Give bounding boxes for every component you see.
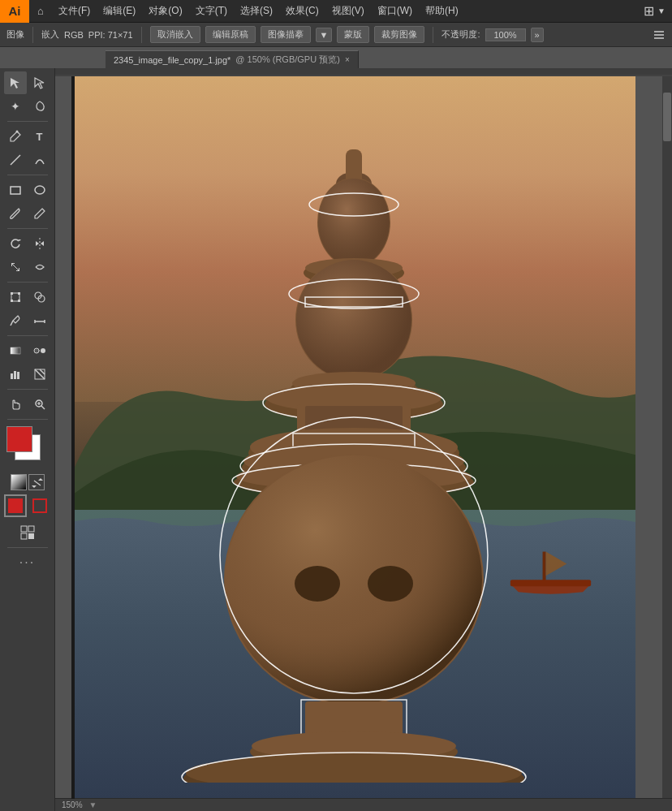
- svg-rect-33: [21, 526, 27, 532]
- image-label: 图像: [6, 28, 24, 41]
- line-tool[interactable]: [4, 149, 27, 171]
- svg-point-71: [368, 566, 413, 602]
- arc-tool[interactable]: [28, 149, 51, 171]
- svg-rect-24: [11, 373, 13, 379]
- pagoda-artwork: [179, 117, 528, 783]
- column-graph-tool[interactable]: [4, 363, 27, 386]
- select-tool[interactable]: [4, 71, 27, 94]
- pen-tool[interactable]: [4, 125, 27, 148]
- default-colors-icon[interactable]: [11, 474, 27, 490]
- opacity-label: 不透明度:: [442, 28, 480, 41]
- options-bar: 图像 嵌入 RGB PPI: 71×71 取消嵌入 编辑原稿 图像描摹 ▼ 蒙版…: [0, 23, 672, 47]
- free-transform-tool[interactable]: [4, 286, 27, 308]
- cancel-embed-button[interactable]: 取消嵌入: [150, 26, 200, 43]
- edit-original-button[interactable]: 编辑原稿: [205, 26, 256, 43]
- document-tab[interactable]: 2345_image_file_copy_1.jpg* @ 150% (RGB/…: [106, 50, 359, 68]
- color-mode-icon[interactable]: [16, 521, 39, 544]
- svg-line-4: [11, 155, 20, 165]
- magic-wand-tool[interactable]: ✦: [4, 95, 27, 118]
- lasso-tool[interactable]: [28, 95, 51, 118]
- measure-tool[interactable]: [28, 309, 51, 332]
- trace-dropdown-button[interactable]: ▼: [316, 28, 333, 42]
- brush-tool[interactable]: [4, 202, 27, 225]
- svg-rect-36: [28, 533, 34, 539]
- more-tools[interactable]: ···: [16, 551, 39, 574]
- direct-select-tool[interactable]: [28, 71, 51, 94]
- svg-line-32: [34, 481, 41, 485]
- svg-rect-1: [654, 34, 664, 36]
- svg-rect-37: [55, 68, 672, 76]
- sep3: [433, 27, 433, 43]
- svg-point-70: [295, 566, 340, 602]
- swap-colors-icon[interactable]: [28, 474, 45, 490]
- foreground-color-swatch[interactable]: [6, 426, 32, 452]
- stroke-indicator[interactable]: [28, 494, 51, 517]
- workspace-dropdown-icon[interactable]: ▼: [657, 6, 666, 15]
- tool-separator-4: [7, 282, 48, 283]
- ellipse-tool[interactable]: [28, 179, 51, 201]
- panel-options-icon[interactable]: [653, 28, 666, 41]
- photo-background: [71, 76, 635, 799]
- tool-separator-7: [7, 419, 48, 420]
- scrollbar-thumb[interactable]: [663, 93, 671, 141]
- zoom-tool[interactable]: [28, 393, 51, 416]
- blend-tool[interactable]: [28, 339, 51, 362]
- more-options-button[interactable]: »: [531, 28, 544, 42]
- color-swatches[interactable]: [6, 426, 49, 468]
- canvas-area: 150% ▼: [55, 68, 672, 811]
- svg-point-6: [35, 186, 45, 194]
- menu-bar: Ai ⌂ 文件(F) 编辑(E) 对象(O) 文字(T) 选择(S) 效果(C)…: [0, 0, 672, 23]
- tool-separator-8: [7, 547, 48, 548]
- menu-select[interactable]: 选择(S): [234, 0, 279, 23]
- left-toolbar: ✦ T: [0, 68, 55, 811]
- svg-point-49: [296, 260, 411, 380]
- menu-effect[interactable]: 效果(C): [279, 0, 325, 23]
- svg-rect-0: [654, 31, 664, 32]
- status-info: ▼: [89, 800, 97, 809]
- svg-rect-10: [11, 292, 13, 295]
- svg-rect-20: [11, 347, 20, 354]
- vertical-scrollbar[interactable]: [662, 68, 672, 811]
- eyedropper-tool[interactable]: [4, 309, 27, 332]
- rotate-tool[interactable]: [4, 232, 27, 255]
- menu-text[interactable]: 文字(T): [189, 0, 234, 23]
- reflect-tool[interactable]: [28, 232, 51, 255]
- pencil-tool[interactable]: [28, 202, 51, 225]
- rect-tool[interactable]: [4, 179, 27, 201]
- scale-tool[interactable]: [4, 256, 27, 278]
- menu-edit[interactable]: 编辑(E): [97, 0, 142, 23]
- opacity-input[interactable]: [485, 28, 526, 41]
- slice-tool[interactable]: [28, 363, 51, 386]
- tool-separator-1: [7, 121, 48, 122]
- menu-view[interactable]: 视图(V): [325, 0, 371, 23]
- menu-window[interactable]: 窗口(W): [371, 0, 419, 23]
- shape-builder-tool[interactable]: [28, 286, 51, 308]
- mask-button[interactable]: 蒙版: [337, 26, 369, 43]
- sep2: [141, 27, 142, 43]
- zoom-level: 150%: [62, 800, 83, 809]
- rgb-label: RGB: [64, 30, 84, 40]
- menu-file[interactable]: 文件(F): [52, 0, 97, 23]
- image-trace-button[interactable]: 图像描摹: [261, 26, 311, 43]
- gradient-tool[interactable]: [4, 339, 27, 362]
- svg-rect-39: [543, 551, 546, 584]
- tool-separator-6: [7, 389, 48, 390]
- type-tool[interactable]: T: [28, 125, 51, 148]
- foreground-color-fill: [7, 427, 32, 451]
- ruler-top: [55, 68, 672, 76]
- svg-line-16: [11, 321, 13, 326]
- fill-indicator[interactable]: [4, 494, 27, 517]
- bottom-status-bar: 150% ▼: [55, 798, 672, 811]
- home-icon[interactable]: ⌂: [29, 0, 52, 23]
- menu-help[interactable]: 帮助(H): [419, 0, 465, 23]
- svg-rect-26: [17, 372, 19, 379]
- workspace-icon[interactable]: ⊞: [644, 3, 654, 19]
- crop-button[interactable]: 裁剪图像: [374, 26, 424, 43]
- svg-rect-2: [654, 37, 664, 39]
- main-layout: ✦ T: [0, 68, 672, 811]
- menu-object[interactable]: 对象(O): [142, 0, 188, 23]
- hand-tool[interactable]: [4, 393, 27, 416]
- ppi-label: PPI: 71×71: [88, 30, 133, 40]
- warp-tool[interactable]: [28, 256, 51, 278]
- tab-close-button[interactable]: ×: [345, 55, 350, 64]
